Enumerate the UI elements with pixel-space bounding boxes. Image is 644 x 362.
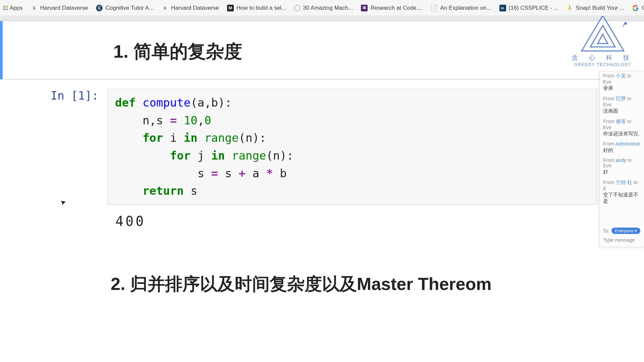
chat-message: From 小龙 to Eve 录屏	[600, 71, 644, 94]
dataverse-icon: §	[31, 5, 38, 11]
input-prompt: In [1]:	[0, 89, 107, 205]
bookmarks-bar: Apps § Harvard Dataverse C Cognitive Tut…	[0, 0, 644, 16]
chat-message: From 修落 to Eve 作业还没有写完.	[600, 117, 644, 140]
heading-2: 2. 归并排序以及时间复杂度以及Master Thereom	[111, 273, 644, 296]
cognitive-tutor-icon: C	[96, 5, 103, 11]
chat-message: From 巨胖 to Eve 没画面	[600, 94, 644, 117]
apps-grid-icon	[3, 6, 8, 10]
medium-icon: M	[227, 5, 234, 11]
bookmark-label: Research at Code....	[370, 5, 423, 11]
chat-recipient-dropdown[interactable]: Everyone ▾	[611, 228, 640, 234]
code-input-area[interactable]: def compute(a,b): n,s = 10,0 for i in ra…	[107, 89, 597, 205]
watermark-cn: 贪 心 科 技	[572, 54, 634, 62]
chat-to-row: To: Everyone ▾	[600, 224, 644, 235]
triangle-logo-icon	[578, 13, 628, 54]
bookmark-cognitive-tutor[interactable]: C Cognitive Tutor A...	[96, 5, 154, 11]
chat-to-label: To:	[603, 228, 609, 234]
chat-message: From 兰特 杜 to E 交了不知道是不是	[600, 178, 644, 207]
chat-message: From Administrat 好的	[600, 140, 644, 156]
dataverse-icon: §	[162, 5, 168, 11]
bookmark-google[interactable]: Google	[632, 5, 644, 11]
bookmark-label: Harvard Dataverse	[40, 5, 88, 11]
google-icon	[632, 5, 639, 11]
doc-icon: 📄	[431, 5, 437, 11]
notebook: 1. 简单的复杂度 In [1]: def compute(a,b): n,s …	[0, 21, 644, 296]
apps-button[interactable]: Apps	[3, 5, 23, 11]
bookmark-label: 30 Amazing Mach...	[303, 5, 353, 11]
snap-icon: λ	[567, 5, 573, 11]
bookmark-research-code[interactable]: ⌘ Research at Code....	[361, 5, 423, 11]
toolbar-shadow	[0, 16, 644, 21]
bookmark-label: Cognitive Tutor A...	[105, 5, 154, 11]
bookmark-label: Snap! Build Your ...	[576, 5, 625, 11]
bookmark-label: (16) CSSPLICE - ...	[509, 5, 558, 11]
apps-label: Apps	[10, 5, 23, 11]
heading-1: 1. 简单的复杂度	[113, 40, 624, 64]
bookmark-explanation[interactable]: 📄 An Explanation on...	[431, 5, 491, 11]
chat-input[interactable]: Type message	[600, 235, 644, 243]
watermark-logo: 贪 心 科 技 GREEDY TECHNOLOGY	[572, 13, 634, 67]
cell-output: 400	[115, 214, 644, 229]
bookmark-label: An Explanation on...	[440, 5, 491, 11]
bookmark-harvard-dataverse-1[interactable]: § Harvard Dataverse	[31, 5, 88, 11]
circle-icon	[294, 5, 300, 11]
chat-panel: From 小龙 to Eve 录屏 From 巨胖 to Eve 没画面 Fro…	[599, 71, 644, 247]
bookmark-snap[interactable]: λ Snap! Build Your ...	[567, 5, 625, 11]
code-icon: ⌘	[361, 5, 368, 11]
svg-marker-2	[598, 34, 608, 44]
chat-message: From andy to Eve 好	[600, 156, 644, 178]
bookmark-cssplice[interactable]: in (16) CSSPLICE - ...	[499, 5, 558, 11]
bookmark-medium[interactable]: M How to build a sel...	[227, 5, 286, 11]
heading-cell-1[interactable]: 1. 简单的复杂度	[0, 21, 644, 79]
code-cell-1[interactable]: In [1]: def compute(a,b): n,s = 10,0 for…	[0, 79, 644, 205]
bookmark-harvard-dataverse-2[interactable]: § Harvard Dataverse	[162, 5, 219, 11]
bookmark-label: How to build a sel...	[236, 5, 286, 11]
bookmark-30-amazing[interactable]: 30 Amazing Mach...	[294, 5, 353, 11]
bookmark-label: Google	[642, 5, 644, 11]
code-content: def compute(a,b): n,s = 10,0 for i in ra…	[115, 94, 589, 200]
watermark-en: GREEDY TECHNOLOGY	[574, 62, 632, 67]
cssplice-icon: in	[499, 5, 506, 11]
bookmark-label: Harvard Dataverse	[171, 5, 219, 11]
